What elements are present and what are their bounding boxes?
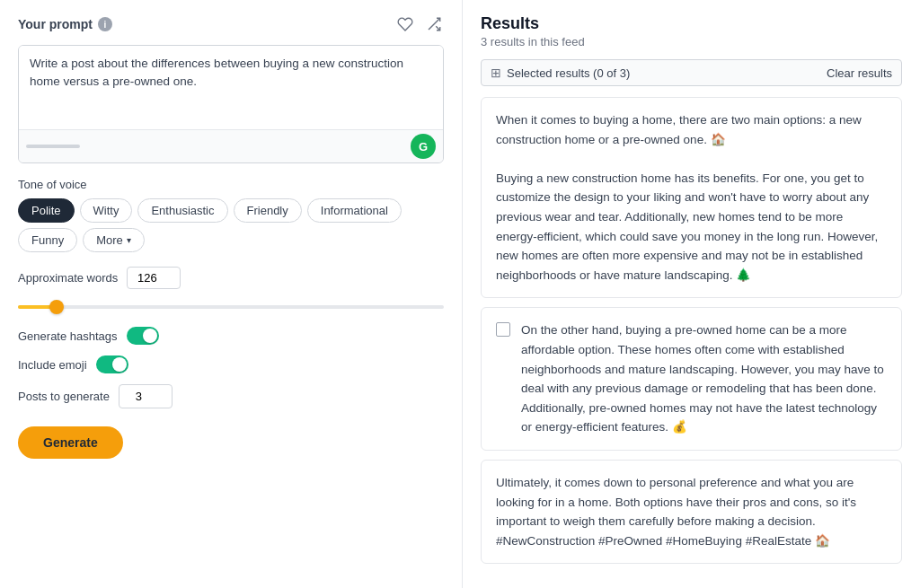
generate-button[interactable]: Generate [18, 426, 123, 459]
words-input[interactable] [127, 267, 181, 289]
results-toolbar: ⊞ Selected results (0 of 3) Clear result… [481, 59, 902, 86]
slider-section [18, 302, 444, 312]
textarea-footer: G [19, 129, 443, 162]
tone-label: Tone of voice [18, 178, 444, 191]
emoji-toggle-knob [112, 357, 127, 372]
tone-funny[interactable]: Funny [18, 228, 77, 252]
hashtags-label: Generate hashtags [18, 329, 118, 343]
tone-enthusiastic[interactable]: Enthusiastic [137, 198, 227, 223]
result-checkbox-2[interactable] [496, 322, 510, 337]
tone-polite[interactable]: Polite [18, 198, 75, 223]
header-action-icons [395, 14, 444, 34]
results-count: 3 results in this feed [481, 35, 902, 48]
result-card-2-inner: On the other hand, buying a pre-owned ho… [496, 320, 887, 437]
hashtags-toggle-knob [143, 329, 157, 343]
prompt-textarea-wrapper: Write a post about the differences betwe… [18, 45, 444, 163]
tone-friendly[interactable]: Friendly [234, 198, 302, 223]
selected-label: Selected results (0 of 3) [507, 66, 630, 80]
chevron-down-icon: ▾ [127, 235, 131, 245]
shuffle-button[interactable] [424, 14, 444, 34]
posts-label: Posts to generate [18, 390, 110, 403]
hashtags-row: Generate hashtags [18, 327, 444, 345]
result-text-1: When it comes to buying a home, there ar… [496, 110, 887, 285]
tone-buttons: Polite Witty Enthusiastic Friendly Infor… [18, 198, 444, 252]
emoji-row: Include emoji [18, 355, 444, 373]
scroll-indicator [26, 145, 80, 148]
info-icon[interactable]: i [98, 17, 112, 31]
grammarly-icon: G [411, 134, 436, 159]
clear-results-button[interactable]: Clear results [827, 66, 892, 80]
results-title: Results [481, 14, 902, 33]
tone-witty[interactable]: Witty [80, 198, 133, 223]
slider-wrapper [18, 302, 444, 312]
prompt-title: Your prompt i [18, 17, 112, 31]
right-panel: Results 3 results in this feed ⊞ Selecte… [463, 0, 920, 588]
result-card-2: On the other hand, buying a pre-owned ho… [481, 307, 902, 451]
expand-icon[interactable]: ⊞ [491, 66, 501, 80]
prompt-header: Your prompt i [18, 14, 444, 34]
result-card-1: When it comes to buying a home, there ar… [481, 97, 902, 298]
words-section: Approximate words [18, 267, 444, 289]
selected-results: ⊞ Selected results (0 of 3) [491, 66, 630, 80]
tone-section: Tone of voice Polite Witty Enthusiastic … [18, 178, 444, 252]
tone-more[interactable]: More ▾ [83, 228, 145, 252]
result-text-3: Ultimately, it comes down to personal pr… [496, 473, 887, 550]
hashtags-toggle[interactable] [127, 327, 159, 345]
prompt-textarea[interactable]: Write a post about the differences betwe… [19, 46, 443, 127]
result-text-2: On the other hand, buying a pre-owned ho… [521, 320, 887, 437]
emoji-toggle[interactable] [96, 355, 128, 373]
words-label: Approximate words [18, 271, 118, 285]
favorite-button[interactable] [395, 14, 415, 34]
emoji-label: Include emoji [18, 358, 87, 372]
prompt-label: Your prompt [18, 17, 93, 31]
result-card-3: Ultimately, it comes down to personal pr… [481, 460, 902, 564]
posts-section: Posts to generate [18, 384, 444, 408]
posts-input[interactable] [119, 384, 172, 408]
more-label: More [96, 233, 123, 247]
left-panel: Your prompt i Write a post about the dif… [0, 0, 463, 588]
tone-informational[interactable]: Informational [307, 198, 402, 223]
